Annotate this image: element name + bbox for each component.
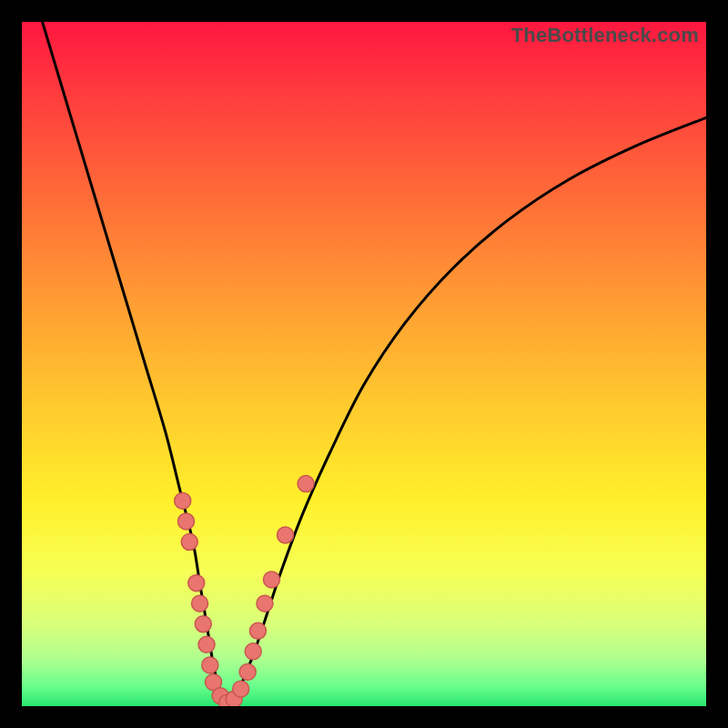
- curve-marker: [175, 492, 191, 509]
- curve-marker: [192, 595, 208, 612]
- curve-marker: [177, 513, 194, 530]
- bottleneck-curve: [43, 22, 706, 706]
- watermark-text: TheBottleneck.com: [511, 24, 699, 47]
- curve-marker: [298, 476, 314, 492]
- plot-area: TheBottleneck.com: [22, 22, 706, 706]
- curve-svg: [22, 22, 706, 706]
- curve-marker: [198, 636, 215, 652]
- curve-marker: [278, 527, 294, 543]
- curve-marker: [188, 575, 205, 592]
- curve-marker: [245, 643, 261, 660]
- curve-marker: [195, 616, 211, 632]
- curve-marker: [202, 657, 218, 673]
- curve-marker: [249, 622, 266, 639]
- curve-marker: [263, 571, 279, 588]
- curve-marker: [257, 595, 273, 612]
- curve-markers: [175, 476, 314, 706]
- chart-container: TheBottleneck.com: [0, 0, 728, 728]
- curve-marker: [233, 681, 249, 697]
- curve-marker: [239, 663, 256, 680]
- curve-marker: [181, 534, 197, 551]
